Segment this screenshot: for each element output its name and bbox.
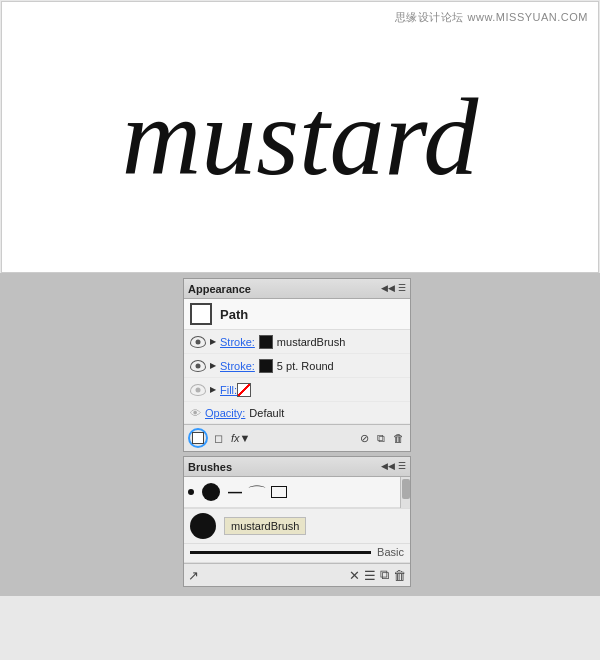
brushes-libraries-icon[interactable]: ↗ (188, 568, 199, 583)
path-label: Path (220, 307, 248, 322)
brushes-trash-icon[interactable]: 🗑 (393, 568, 406, 583)
stroke-label-1[interactable]: Stroke: (220, 336, 255, 348)
appearance-panel-controls: ◀◀ ☰ (381, 284, 406, 293)
brushes-panel-controls: ◀◀ ☰ (381, 462, 406, 471)
brushes-panel-title: Brushes (188, 461, 232, 473)
appearance-panel-title: Appearance (188, 283, 251, 295)
appearance-new-item-btn[interactable] (188, 428, 208, 448)
stroke-color-swatch-2 (259, 359, 273, 373)
appearance-layer-icon[interactable]: ◻ (212, 431, 225, 446)
visibility-eye-icon-fill[interactable] (190, 384, 206, 396)
stroke-label-2[interactable]: Stroke: (220, 360, 255, 372)
brush-selected-label: mustardBrush (224, 517, 306, 535)
panels-area: Appearance ◀◀ ☰ Path ▶ Stroke: mustardBr… (0, 273, 600, 596)
brush-selected-row[interactable]: mustardBrush (184, 509, 410, 544)
brushes-new-icon[interactable]: ☰ (364, 568, 376, 583)
brushes-menu-btn[interactable]: ☰ (398, 462, 406, 471)
brushes-scrollbar[interactable] (400, 477, 410, 508)
brushes-move-icon[interactable]: ⧉ (380, 567, 389, 583)
stroke-value-2: 5 pt. Round (277, 360, 334, 372)
stroke-row-2: ▶ Stroke: 5 pt. Round (184, 354, 410, 378)
fill-label[interactable]: Fill: (220, 384, 237, 396)
brush-preset-curve[interactable]: ⌒ (247, 483, 267, 501)
appearance-delete-icon[interactable]: 🗑 (391, 431, 406, 445)
appearance-toolbar: ◻ fx▼ ⊘ ⧉ 🗑 (184, 424, 410, 451)
brushes-panel-header: Brushes ◀◀ ☰ (184, 457, 410, 477)
opacity-label[interactable]: Opacity: (205, 407, 245, 419)
mustard-handwriting: mustard (122, 82, 479, 192)
stroke-row-1: ▶ Stroke: mustardBrush (184, 330, 410, 354)
brush-presets-row: — ⌒ (184, 477, 400, 508)
appearance-panel: Appearance ◀◀ ☰ Path ▶ Stroke: mustardBr… (183, 278, 411, 452)
brush-preset-dot-large[interactable] (202, 483, 220, 501)
stroke-color-swatch-1 (259, 335, 273, 349)
expand-arrow-1[interactable]: ▶ (210, 337, 216, 346)
panel-collapse-btn[interactable]: ◀◀ (381, 284, 395, 293)
brushes-delete-icon[interactable]: ✕ (349, 568, 360, 583)
new-item-square-icon (192, 432, 204, 444)
opacity-eye-placeholder: 👁 (190, 407, 201, 419)
brushes-toolbar: ↗ ✕ ☰ ⧉ 🗑 (184, 563, 410, 586)
brush-preset-dot-small[interactable] (188, 489, 194, 495)
mustard-brush-preview (190, 513, 216, 539)
appearance-panel-header: Appearance ◀◀ ☰ (184, 279, 410, 299)
expand-arrow-fill[interactable]: ▶ (210, 385, 216, 394)
canvas-area: 思缘设计论坛 www.MISSYUAN.COM mustard (1, 1, 599, 273)
basic-label: Basic (377, 546, 404, 558)
opacity-value: Default (249, 407, 284, 419)
scrollbar-thumb (402, 479, 410, 499)
stroke-value-1: mustardBrush (277, 336, 345, 348)
brush-preset-dash[interactable]: — (228, 485, 242, 499)
fill-row: ▶ Fill: (184, 378, 410, 402)
basic-line-divider (190, 551, 371, 554)
brush-preset-rect[interactable] (271, 486, 287, 498)
appearance-prohibit-icon[interactable]: ⊘ (358, 431, 371, 446)
expand-arrow-2[interactable]: ▶ (210, 361, 216, 370)
brushes-panel: Brushes ◀◀ ☰ — ⌒ mustardBrush (183, 456, 411, 587)
appearance-duplicate-icon[interactable]: ⧉ (375, 431, 387, 446)
watermark-text: 思缘设计论坛 www.MISSYUAN.COM (395, 10, 588, 25)
path-row: Path (184, 299, 410, 330)
appearance-fx-btn[interactable]: fx▼ (229, 431, 252, 445)
brushes-collapse-btn[interactable]: ◀◀ (381, 462, 395, 471)
fill-color-swatch (237, 383, 251, 397)
basic-row: Basic (184, 544, 410, 563)
opacity-row: 👁 Opacity: Default (184, 402, 410, 424)
visibility-eye-icon-1[interactable] (190, 336, 206, 348)
panel-menu-btn[interactable]: ☰ (398, 284, 406, 293)
path-square-icon (190, 303, 212, 325)
visibility-eye-icon-2[interactable] (190, 360, 206, 372)
